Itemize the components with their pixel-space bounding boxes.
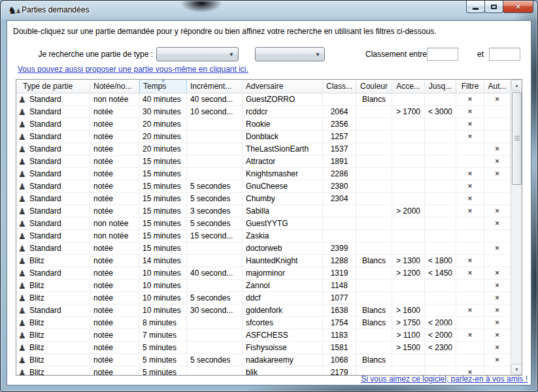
cell-color [356,242,392,254]
propose-game-link[interactable]: Vous pouvez aussi proposer une partie vo… [18,65,248,74]
cell-type: ♟Blitz [16,292,90,304]
cell-increment [187,143,243,155]
column-header-filter[interactable]: Filtre [456,80,484,93]
game-row[interactable]: ♟Blitznotée7 minutesASFCHESS1183> 1100< … [16,329,511,342]
cell-filter [456,230,484,242]
game-row[interactable]: ♟Blitznotée5 minutes5 secondesnadakareem… [16,354,511,367]
cell-auto [484,106,511,118]
minimize-button[interactable] [466,1,485,13]
rating-min-input[interactable] [427,48,458,61]
game-row[interactable]: ♟Standardnotée30 minutes10 second...rcdd… [16,106,511,118]
cell-color: Blancs [356,93,392,105]
cell-rated: notée [90,342,139,353]
cell-accept-to [425,280,456,291]
cell-opponent: Zannol [243,280,323,291]
pawn-icon: ♟ [18,231,29,242]
game-row[interactable]: ♟Standardnotée15 minutes5 secondesGnuChe… [16,180,511,193]
game-row[interactable]: ♟Standardnon notée40 minutes40 second...… [16,93,511,106]
cell-filter [456,218,484,229]
cell-accept-from: > 1300 [392,255,425,267]
column-header-auto[interactable]: Aut... [484,80,511,93]
game-row[interactable]: ♟Standardnotée20 minutesDonblack1257× [16,131,511,143]
cell-accept-from: > 1200 [392,267,425,279]
game-row[interactable]: ♟Blitznotée5 minutesFishysoisse1581> 150… [16,342,511,354]
pawn-icon: ♟ [18,355,29,366]
game-row[interactable]: ♟Blitznotée14 minutesHauntedKnight1288Bl… [16,255,511,267]
game-row[interactable]: ♟Standardnotée15 minutes5 secondesChumby… [16,193,511,205]
maximize-button[interactable] [484,1,503,13]
cell-accept-to: < 2000 [425,329,456,341]
cell-type: ♟Standard [16,143,90,155]
game-row[interactable]: ♟Standardnotée15 minutes3 secondesSabill… [16,205,511,218]
cell-auto: × [484,205,511,217]
cell-color [356,118,392,130]
column-header-accept-to[interactable]: Jusq... [425,80,456,93]
column-header-rated[interactable]: Notée/no... [90,80,139,93]
column-header-opponent[interactable]: Adversaire [243,80,323,93]
game-type-label: Blitz [29,329,44,341]
cell-rated: notée [90,205,139,217]
column-header-time[interactable]: ▼Temps [139,80,187,93]
game-row[interactable]: ♟Blitznotée10 minutes5 secondesddcf1077× [16,292,511,304]
pawn-icon: ♟ [18,268,29,279]
column-header-type[interactable]: Type de partie [16,80,90,93]
cell-auto: × [484,317,511,329]
cell-auto [484,193,511,204]
cell-accept-from [392,180,425,192]
cell-rated: notée [90,255,139,267]
game-row[interactable]: ♟Blitznotée10 minutesZannol1148× [16,280,511,292]
game-row[interactable]: ♟Standardnotée20 minutesRookie2356× [16,118,511,131]
arrow-down-icon: ▼ [514,367,519,372]
cell-auto [484,255,511,267]
game-row[interactable]: ♟Standardnotée15 minutesdoctorweb2399× [16,242,511,255]
game-type-select[interactable]: ▼ [156,47,239,61]
column-header-label: Class... [326,82,352,91]
column-header-accept-from[interactable]: Acce... [392,80,425,93]
game-type-label: Standard [29,218,61,229]
cell-auto: × [484,143,511,155]
vertical-scrollbar[interactable]: ▲ ▼ [511,80,522,375]
game-row[interactable]: ♟Standardnon notée15 minutes15 second...… [16,230,511,242]
game-row[interactable]: ♟Standardnotée20 minutesTheLastSionEarth… [16,143,511,155]
dialog-body: Double-cliquez sur une partie demandée p… [7,20,531,385]
close-button[interactable]: ✕ [503,1,533,13]
titlebar[interactable]: ♞♟ Parties demandées ✕ [1,1,537,20]
column-header-color[interactable]: Couleur [356,80,392,93]
cell-filter: × [456,193,484,204]
cell-accept-to [425,168,456,180]
cell-color [356,280,392,291]
game-row[interactable]: ♟Blitznotée8 minutessfcortes1754Blancs> … [16,317,511,329]
pawn-icon: ♟ [18,169,29,180]
grip-icon [514,136,520,141]
column-header-increment[interactable]: Incrément... [187,80,243,93]
cell-increment: 5 secondes [187,180,243,192]
cell-filter: × [456,118,484,130]
cell-increment [187,242,243,254]
scroll-down-button[interactable]: ▼ [511,364,522,375]
cell-rated: notée [90,367,139,375]
chevron-down-icon: ▼ [315,52,320,57]
game-type-label: Blitz [29,317,44,329]
share-link[interactable]: Si vous aimez ce logiciel, parlez-en à v… [361,374,528,384]
game-subtype-select[interactable]: ▼ [255,47,325,61]
cell-auto: × [484,218,511,229]
cell-opponent: doctorweb [243,242,323,254]
game-row[interactable]: ♟Standardnotée15 minutesKnightsmasher228… [16,168,511,180]
game-row[interactable]: ♟Standardnon notée15 minutes5 secondesGu… [16,218,511,230]
cell-color [356,342,392,353]
game-row[interactable]: ♟Standardnotée10 minutes30 second...gold… [16,304,511,317]
scroll-up-button[interactable]: ▲ [511,80,522,91]
cell-type: ♟Standard [16,93,90,105]
column-header-rating[interactable]: Class... [323,80,356,93]
game-row[interactable]: ♟Standardnotée15 minutesAttractor1891× [16,155,511,168]
game-row[interactable]: ♟Standardnotée10 minutes40 second...majo… [16,267,511,280]
cell-color [356,180,392,192]
cell-auto: × [484,155,511,167]
rating-max-input[interactable] [489,48,520,61]
cell-auto: × [484,354,511,366]
cell-auto: × [484,168,511,180]
scrollbar-thumb[interactable] [512,92,522,185]
cell-rating: 2380 [323,180,356,192]
cell-type: ♟Standard [16,106,90,118]
cell-increment: 10 second... [187,106,243,118]
